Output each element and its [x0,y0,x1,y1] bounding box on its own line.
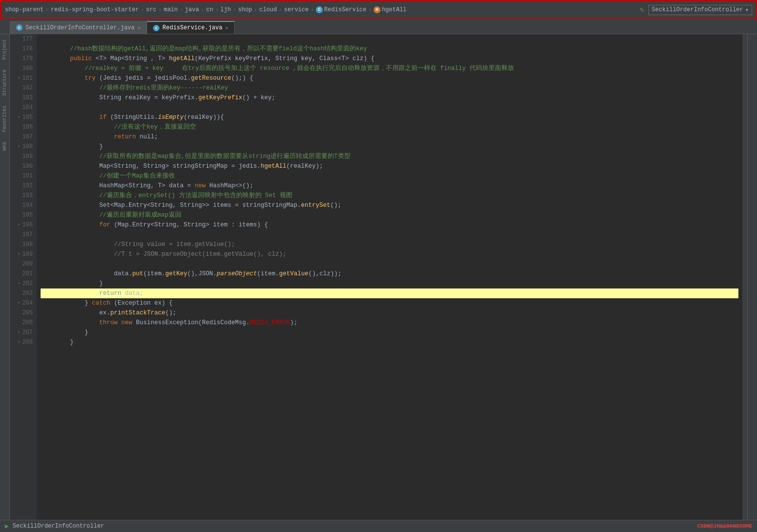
line-numbers: 177178179180▾181182183184▾185186187▾1881… [10,34,37,520]
line-num-206: 206 [14,318,33,328]
fold-arrow[interactable]: ▾ [16,142,20,152]
line-num-185: ▾185 [14,112,33,122]
line-num-179: 179 [14,54,33,64]
line-num-188: ▾188 [14,142,33,152]
code-line-202: } [41,279,738,288]
line-num-187: 187 [14,132,33,142]
code-line-181: try (Jedis jedis = jedisPool.getResource… [41,73,738,83]
tab-seckill[interactable]: C SeckillOrderInfoController.java ✕ [10,21,147,34]
code-line-180: //realkey = 前缀 + key 在try后面的括号加上这个 resou… [41,64,738,73]
breadcrumb-hgetall[interactable]: m hgetAll [374,6,406,13]
line-num-182: 182 [14,83,33,93]
code-line-199: //T t = JSON.parseObject(item.getValue()… [41,249,738,259]
line-num-184: 184 [14,103,33,112]
line-num-194: 194 [14,200,33,210]
code-line-201: data.put(item.getKey(),JSON.parseObject(… [41,269,738,279]
tab-c-icon: C [16,24,22,31]
main-layout: Project Structure Favorites Web 17717817… [0,34,757,520]
line-num-178: 178 [14,44,33,54]
dropdown-icon: ▾ [745,6,749,14]
breadcrumb-main[interactable]: main [164,6,178,13]
code-line-206: throw new BusinessException(RedisCodeMsg… [41,318,738,328]
line-num-202: ▾202 [14,279,33,288]
code-line-188: } [41,142,738,152]
line-num-205: 205 [14,308,33,318]
line-num-201: 201 [14,269,33,279]
fold-arrow[interactable]: ▾ [16,328,20,337]
tab-redis-service[interactable]: C RedisService.java ✕ [147,21,234,34]
code-line-178: //hash数据结构的getAll,返回的是map结构,获取的是所有，所以不需要… [41,44,738,54]
fold-arrow[interactable]: ▾ [16,298,20,308]
fold-arrow[interactable]: ▾ [16,73,20,83]
code-line-192: HashMap<String, T> data = new HashMap<>(… [41,181,738,191]
code-content[interactable]: //hash数据结构的getAll,返回的是map结构,获取的是所有，所以不需要… [37,34,742,520]
controller-selector[interactable]: SeckillOrderInfoController ▾ [648,5,752,15]
run-icon[interactable]: ▶ [5,522,9,530]
code-line-193: //遍历集合，entrySet() 方法返回映射中包含的映射的 Set 视图 [41,191,738,200]
watermark: CSDN@JH&&HANDSOME [697,523,752,529]
breadcrumb-cn[interactable]: cn [206,6,213,13]
tabs-bar: C SeckillOrderInfoController.java ✕ C Re… [0,20,757,34]
code-line-208: } [41,337,738,347]
code-line-185: if (StringUtils.isEmpty(realKey)){ [41,112,738,122]
breadcrumb-shop[interactable]: shop [238,6,252,13]
tab-c-icon-active: C [153,25,159,31]
code-line-194: Set<Map.Entry<String, String>> items = s… [41,200,738,210]
title-bar: shop-parent › redis-spring-boot-starter … [0,0,757,20]
code-line-182: //最终存到redis里面的key------realKey [41,83,738,93]
run-label: SeckillOrderInfoController [13,523,104,530]
breadcrumb-ljh[interactable]: ljh [221,6,231,13]
sidebar-item-structure[interactable]: Structure [2,69,7,96]
breadcrumb-redis[interactable]: redis-spring-boot-starter [51,6,139,13]
breadcrumb-src[interactable]: src [146,6,156,13]
code-line-200 [41,259,738,269]
right-panel [747,34,757,520]
sidebar-item-favorites[interactable]: Favorites [2,106,7,132]
code-line-196: for (Map.Entry<String, String> item : it… [41,220,738,230]
pencil-icon[interactable]: ✎ [640,5,645,15]
line-num-183: 183 [14,93,33,103]
scrollbar[interactable] [742,34,747,520]
m-icon: m [374,6,380,13]
code-line-190: Map<String, String> stringStringMap = je… [41,161,738,171]
line-num-190: 190 [14,161,33,171]
line-num-181: ▾181 [14,73,33,83]
code-line-187: return null; [41,132,738,142]
tab-close-seckill[interactable]: ✕ [137,25,140,31]
line-num-203: 203 [14,288,33,298]
breadcrumb-shop-parent[interactable]: shop-parent [5,6,44,13]
breadcrumb-sep: › [45,7,49,13]
code-line-179: public <T> Map<String , T> hgetAll(KeyPr… [41,54,738,64]
c-icon: C [316,6,323,13]
tab-close-redis[interactable]: ✕ [225,25,228,31]
fold-arrow[interactable]: ▾ [16,279,20,288]
line-num-198: 198 [14,240,33,249]
breadcrumb-right: ✎ SeckillOrderInfoController ▾ [640,5,752,15]
fold-arrow[interactable]: ▾ [16,112,20,122]
sidebar-item-project[interactable]: Project [2,39,7,60]
fold-arrow[interactable]: ▾ [16,220,20,230]
breadcrumb-redis-service[interactable]: C RedisService [316,6,366,13]
code-area: 177178179180▾181182183184▾185186187▾1881… [10,34,747,520]
run-bar: ▶ SeckillOrderInfoController CSDN@JH&&HA… [0,520,757,532]
breadcrumb-java[interactable]: java [185,6,199,13]
line-num-193: 193 [14,191,33,200]
code-line-195: //遍历后重新封装成map返回 [41,210,738,220]
code-line-191: //创建一个Map集合来接收 [41,171,738,181]
fold-arrow[interactable]: ▾ [16,249,20,259]
line-num-197: 197 [14,230,33,240]
line-num-180: 180 [14,64,33,73]
code-line-177 [41,34,738,44]
fold-arrow[interactable]: ▾ [16,337,20,347]
line-num-186: 186 [14,122,33,132]
line-num-191: 191 [14,171,33,181]
breadcrumb-cloud[interactable]: cloud [259,6,277,13]
line-num-192: 192 [14,181,33,191]
breadcrumb-service[interactable]: service [284,6,309,13]
line-num-200: 200 [14,259,33,269]
line-num-207: ▾207 [14,328,33,337]
line-num-204: ▾204 [14,298,33,308]
code-line-183: String realKey = keyPrefix.getKeyPrefix(… [41,93,738,103]
sidebar-item-web[interactable]: Web [2,142,7,151]
code-line-204: } catch (Exception ex) { [41,298,738,308]
